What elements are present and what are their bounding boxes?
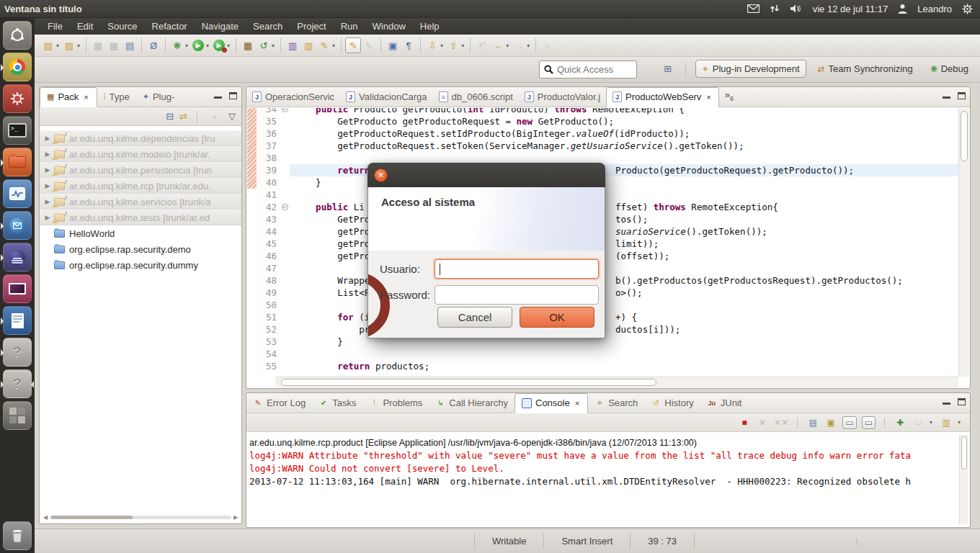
expand-icon[interactable]: ▶ [44,182,51,189]
toolbar-icon-mark-occurrences[interactable]: ✎ [345,37,361,53]
close-icon[interactable]: × [82,92,89,102]
toolbar-icon-new-plugin-project[interactable]: ▦ [240,37,256,53]
maximize-icon[interactable] [958,398,966,405]
console-toolbar-pin-console[interactable]: ✚ [894,418,906,428]
console-toolbar-word-wrap[interactable]: ▭ [842,416,856,429]
tree-item-5[interactable]: ▶Jar.edu.unq.kilme.servicios [trunk/a [40,194,241,210]
menu-item-refactor[interactable]: Refactor [145,19,195,33]
dropdown-icon[interactable]: ▾ [272,42,275,49]
editor-vscrollbar[interactable] [958,108,969,377]
explorer-toolbar-collapse-all[interactable]: ⊟ [166,111,174,122]
menu-item-edit[interactable]: Edit [70,19,100,33]
console-vscrollbar[interactable] [959,435,968,524]
close-icon[interactable]: × [574,398,581,408]
editor-tab-productovalor-j[interactable]: JProductoValor.j [519,88,606,107]
launcher-item-screenshot-tool[interactable] [3,274,32,303]
toolbar-icon-run-history[interactable]: ▶ [211,37,227,53]
launcher-item-files[interactable] [3,148,32,176]
toolbar-icon-new-java-project[interactable]: ▨ [61,37,77,53]
tab-pack[interactable]: ▦Pack× [40,87,97,107]
tab-call-hierarchy[interactable]: ↳Call Hierarchy [429,394,514,413]
console-toolbar-open-console[interactable]: ▥ [940,418,953,428]
dropdown-icon[interactable]: ▾ [930,419,932,426]
toolbar-icon-open-perspective[interactable]: ⊞ [660,61,676,77]
tab-plug-[interactable]: ✦Plug- [136,88,182,107]
dropdown-icon[interactable]: ▾ [185,42,188,49]
launcher-item-dash-home[interactable] [3,21,32,50]
clock[interactable]: vie 12 de jul 11:17 [813,4,888,14]
volume-icon[interactable] [790,4,803,14]
menu-item-project[interactable]: Project [290,19,333,33]
console-toolbar-clear-console[interactable]: ▤ [806,418,819,428]
mail-icon[interactable] [747,4,760,13]
console-toolbar-scroll-lock[interactable]: ▣ [824,418,837,428]
dropdown-icon[interactable]: ▾ [527,42,530,49]
toolbar-icon-print[interactable]: ▤ [122,37,138,53]
close-icon[interactable]: ✕ [374,168,388,182]
menu-item-window[interactable]: Window [365,19,413,33]
menu-item-navigate[interactable]: Navigate [195,19,246,33]
menu-item-source[interactable]: Source [100,19,144,33]
tab-history[interactable]: ↺History [644,394,700,413]
dropdown-icon[interactable]: ▾ [56,42,59,49]
tree-item-8[interactable]: org.eclipse.rap.security.demo [40,241,241,257]
toolbar-icon-last-edit-location[interactable]: ⇩ [424,37,440,53]
menu-item-run[interactable]: Run [334,19,365,33]
dropdown-icon[interactable]: ▾ [77,42,80,49]
toolbar-icon-synchronize[interactable]: ↺ [256,37,272,53]
tree-item-6[interactable]: ▶Jar.edu.unq.kilme.tests [trunk/ar.ed [40,210,241,225]
close-icon[interactable]: × [705,92,712,102]
dropdown-icon[interactable]: ▾ [506,42,509,49]
toolbar-icon-show-whitespace[interactable]: ¶ [401,37,416,53]
password-field[interactable] [435,285,599,305]
explorer-toolbar-link-with-editor[interactable]: ⇄ [179,111,187,122]
maximize-icon[interactable] [229,92,237,99]
toolbar-icon-debug[interactable]: ❋ [169,37,185,53]
tree-item-3[interactable]: ▶Jar.edu.unq.kilme.persistencia [trun [40,162,241,178]
editor-hscrollbar[interactable] [275,377,958,387]
dropdown-icon[interactable]: ▾ [332,42,335,49]
perspective-team-synchronizing[interactable]: ⇄Team Synchronizing [812,60,919,77]
launcher-item-terminal[interactable]: >_ [3,116,32,145]
explorer-hscrollbar[interactable]: ◀ ▶ [41,512,240,522]
console-toolbar-terminate[interactable]: ■ [738,418,751,428]
network-arrows-icon[interactable] [770,4,780,14]
expand-icon[interactable]: ▶ [44,135,51,142]
launcher-item-workspace-switcher[interactable] [3,401,32,430]
fold-collapse-icon[interactable]: – [282,108,288,112]
launcher-item-app-unknown-1[interactable]: ? [3,338,32,367]
maximize-icon[interactable] [958,92,966,99]
tab-problems[interactable]: !Problems [362,394,429,413]
user-menu[interactable]: Leandro [917,4,952,14]
editor-tab-operacionservic[interactable]: JOperacionServic [246,88,340,107]
toolbar-icon-goto-annotation[interactable]: ⇧ [445,37,461,53]
dropdown-icon[interactable]: ▾ [958,419,961,426]
menu-item-file[interactable]: File [40,19,70,33]
toolbar-icon-new-wizard[interactable]: ▧ [40,37,56,53]
tree-item-1[interactable]: ▶Jar.edu.unq.kilme.dependencias [tru [40,130,241,146]
quick-access[interactable] [539,60,637,78]
dropdown-icon[interactable]: ▾ [227,42,230,49]
tree-item-4[interactable]: ▶Jar.edu.unq.kilme.rcp [trunk/ar.edu. [40,178,241,194]
launcher-item-libreoffice-writer[interactable] [3,306,32,335]
launcher-item-system-monitor[interactable] [3,179,32,208]
fold-collapse-icon[interactable]: – [282,204,288,210]
minimize-icon[interactable] [214,92,222,99]
tab-type[interactable]: ⫶Type [97,88,136,107]
tree-item-7[interactable]: HelloWorld [40,225,241,241]
usuario-field[interactable] [435,259,599,279]
launcher-item-chrome[interactable] [3,53,32,81]
toolbar-icon-back[interactable]: ← [490,37,506,53]
expand-icon[interactable]: ▶ [44,166,51,174]
launcher-item-trash[interactable] [3,521,32,550]
perspective-plug-in-development[interactable]: ✦Plug-in Development [695,60,806,78]
console-toolbar-show-on-output[interactable]: ▭ [862,416,876,429]
menu-item-search[interactable]: Search [246,19,290,33]
toolbar-icon-run[interactable]: ▶ [190,37,206,53]
expand-icon[interactable]: ▶ [44,198,51,205]
scroll-left-icon[interactable]: ◀ [41,514,50,521]
expand-icon[interactable]: ▶ [44,214,51,221]
tree-item-9[interactable]: org.eclipse.rap.security.dummy [40,257,241,273]
expand-icon[interactable]: ▶ [44,150,51,158]
dropdown-icon[interactable]: ▾ [206,42,209,49]
